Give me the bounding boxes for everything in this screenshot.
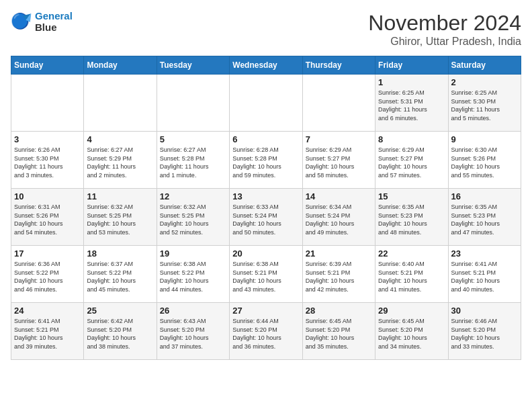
day-number: 2 xyxy=(451,77,518,87)
day-number: 22 xyxy=(378,248,445,259)
calendar-cell: 11Sunrise: 6:32 AM Sunset: 5:25 PM Dayli… xyxy=(84,189,157,246)
day-info: Sunrise: 6:31 AM Sunset: 5:26 PM Dayligh… xyxy=(14,203,81,236)
calendar-cell: 27Sunrise: 6:44 AM Sunset: 5:20 PM Dayli… xyxy=(230,303,302,360)
week-row-2: 3Sunrise: 6:26 AM Sunset: 5:30 PM Daylig… xyxy=(11,132,521,189)
day-info: Sunrise: 6:34 AM Sunset: 5:24 PM Dayligh… xyxy=(306,203,372,236)
day-number: 13 xyxy=(232,191,299,201)
day-number: 3 xyxy=(14,134,81,144)
calendar-cell: 17Sunrise: 6:36 AM Sunset: 5:22 PM Dayli… xyxy=(11,246,84,303)
header-row: SundayMondayTuesdayWednesdayThursdayFrid… xyxy=(11,56,521,75)
day-number: 30 xyxy=(451,306,518,316)
page-header: 🔵 General Blue November 2024 Ghiror, Utt… xyxy=(11,11,521,48)
day-info: Sunrise: 6:29 AM Sunset: 5:27 PM Dayligh… xyxy=(378,146,445,179)
day-info: Sunrise: 6:30 AM Sunset: 5:26 PM Dayligh… xyxy=(451,146,518,179)
calendar-table: SundayMondayTuesdayWednesdayThursdayFrid… xyxy=(11,56,521,360)
day-number: 11 xyxy=(87,191,153,201)
title-block: November 2024 Ghiror, Uttar Pradesh, Ind… xyxy=(368,11,521,48)
calendar-cell: 4Sunrise: 6:27 AM Sunset: 5:29 PM Daylig… xyxy=(84,132,157,189)
calendar-cell: 23Sunrise: 6:41 AM Sunset: 5:21 PM Dayli… xyxy=(448,246,521,303)
calendar-cell: 28Sunrise: 6:45 AM Sunset: 5:20 PM Dayli… xyxy=(302,303,375,360)
day-info: Sunrise: 6:28 AM Sunset: 5:28 PM Dayligh… xyxy=(232,146,299,179)
day-info: Sunrise: 6:38 AM Sunset: 5:21 PM Dayligh… xyxy=(232,260,299,293)
day-header-thursday: Thursday xyxy=(302,56,375,75)
day-number: 28 xyxy=(306,306,372,316)
calendar-cell xyxy=(302,75,375,132)
calendar-cell xyxy=(11,75,84,132)
day-header-tuesday: Tuesday xyxy=(157,56,229,75)
day-info: Sunrise: 6:27 AM Sunset: 5:28 PM Dayligh… xyxy=(160,146,226,179)
calendar-cell: 14Sunrise: 6:34 AM Sunset: 5:24 PM Dayli… xyxy=(302,189,375,246)
calendar-cell: 9Sunrise: 6:30 AM Sunset: 5:26 PM Daylig… xyxy=(448,132,521,189)
day-number: 9 xyxy=(451,134,518,144)
day-info: Sunrise: 6:44 AM Sunset: 5:20 PM Dayligh… xyxy=(232,317,299,351)
day-info: Sunrise: 6:39 AM Sunset: 5:21 PM Dayligh… xyxy=(306,260,372,293)
calendar-cell: 30Sunrise: 6:46 AM Sunset: 5:20 PM Dayli… xyxy=(448,303,521,360)
calendar-cell: 2Sunrise: 6:25 AM Sunset: 5:30 PM Daylig… xyxy=(448,75,521,132)
calendar-cell: 10Sunrise: 6:31 AM Sunset: 5:26 PM Dayli… xyxy=(11,189,84,246)
day-header-saturday: Saturday xyxy=(448,56,521,75)
week-row-1: 1Sunrise: 6:25 AM Sunset: 5:31 PM Daylig… xyxy=(11,75,521,132)
calendar-cell: 6Sunrise: 6:28 AM Sunset: 5:28 PM Daylig… xyxy=(230,132,302,189)
day-header-sunday: Sunday xyxy=(11,56,84,75)
calendar-cell: 7Sunrise: 6:29 AM Sunset: 5:27 PM Daylig… xyxy=(302,132,375,189)
week-row-4: 17Sunrise: 6:36 AM Sunset: 5:22 PM Dayli… xyxy=(11,246,521,303)
day-header-friday: Friday xyxy=(375,56,448,75)
day-info: Sunrise: 6:35 AM Sunset: 5:23 PM Dayligh… xyxy=(378,203,445,236)
day-info: Sunrise: 6:37 AM Sunset: 5:22 PM Dayligh… xyxy=(87,260,153,293)
day-info: Sunrise: 6:41 AM Sunset: 5:21 PM Dayligh… xyxy=(451,260,518,293)
day-info: Sunrise: 6:32 AM Sunset: 5:25 PM Dayligh… xyxy=(160,203,226,236)
calendar-cell: 25Sunrise: 6:42 AM Sunset: 5:20 PM Dayli… xyxy=(84,303,157,360)
day-number: 7 xyxy=(306,134,372,144)
month-title: November 2024 xyxy=(368,11,521,36)
day-info: Sunrise: 6:26 AM Sunset: 5:30 PM Dayligh… xyxy=(14,146,81,179)
calendar-cell xyxy=(230,75,302,132)
day-number: 19 xyxy=(160,248,226,259)
day-number: 21 xyxy=(306,248,372,259)
day-number: 8 xyxy=(378,134,445,144)
calendar-cell: 8Sunrise: 6:29 AM Sunset: 5:27 PM Daylig… xyxy=(375,132,448,189)
calendar-cell xyxy=(84,75,157,132)
calendar-cell: 29Sunrise: 6:45 AM Sunset: 5:20 PM Dayli… xyxy=(375,303,448,360)
day-number: 15 xyxy=(378,191,445,201)
day-info: Sunrise: 6:42 AM Sunset: 5:20 PM Dayligh… xyxy=(87,317,153,351)
day-info: Sunrise: 6:35 AM Sunset: 5:23 PM Dayligh… xyxy=(451,203,518,236)
day-number: 24 xyxy=(14,306,81,316)
calendar-cell: 3Sunrise: 6:26 AM Sunset: 5:30 PM Daylig… xyxy=(11,132,84,189)
calendar-cell: 20Sunrise: 6:38 AM Sunset: 5:21 PM Dayli… xyxy=(230,246,302,303)
calendar-cell: 24Sunrise: 6:41 AM Sunset: 5:21 PM Dayli… xyxy=(11,303,84,360)
day-number: 14 xyxy=(306,191,372,201)
day-info: Sunrise: 6:27 AM Sunset: 5:29 PM Dayligh… xyxy=(87,146,153,179)
calendar-cell: 1Sunrise: 6:25 AM Sunset: 5:31 PM Daylig… xyxy=(375,75,448,132)
calendar-cell: 26Sunrise: 6:43 AM Sunset: 5:20 PM Dayli… xyxy=(157,303,229,360)
day-info: Sunrise: 6:25 AM Sunset: 5:31 PM Dayligh… xyxy=(378,89,445,122)
day-number: 6 xyxy=(232,134,299,144)
day-info: Sunrise: 6:41 AM Sunset: 5:21 PM Dayligh… xyxy=(14,317,81,351)
day-info: Sunrise: 6:43 AM Sunset: 5:20 PM Dayligh… xyxy=(160,317,226,351)
day-number: 16 xyxy=(451,191,518,201)
day-number: 4 xyxy=(87,134,153,144)
day-number: 25 xyxy=(87,306,153,316)
calendar-cell: 16Sunrise: 6:35 AM Sunset: 5:23 PM Dayli… xyxy=(448,189,521,246)
day-header-wednesday: Wednesday xyxy=(230,56,302,75)
day-info: Sunrise: 6:29 AM Sunset: 5:27 PM Dayligh… xyxy=(306,146,372,179)
day-number: 23 xyxy=(451,248,518,259)
logo-icon: 🔵 xyxy=(11,11,32,33)
day-number: 18 xyxy=(87,248,153,259)
day-info: Sunrise: 6:40 AM Sunset: 5:21 PM Dayligh… xyxy=(378,260,445,293)
day-header-monday: Monday xyxy=(84,56,157,75)
day-number: 10 xyxy=(14,191,81,201)
day-info: Sunrise: 6:33 AM Sunset: 5:24 PM Dayligh… xyxy=(232,203,299,236)
calendar-cell: 18Sunrise: 6:37 AM Sunset: 5:22 PM Dayli… xyxy=(84,246,157,303)
calendar-cell xyxy=(157,75,229,132)
logo-line1: General xyxy=(35,10,73,21)
calendar-cell: 19Sunrise: 6:38 AM Sunset: 5:22 PM Dayli… xyxy=(157,246,229,303)
calendar-cell: 13Sunrise: 6:33 AM Sunset: 5:24 PM Dayli… xyxy=(230,189,302,246)
calendar-cell: 12Sunrise: 6:32 AM Sunset: 5:25 PM Dayli… xyxy=(157,189,229,246)
day-info: Sunrise: 6:45 AM Sunset: 5:20 PM Dayligh… xyxy=(378,317,445,351)
day-info: Sunrise: 6:38 AM Sunset: 5:22 PM Dayligh… xyxy=(160,260,226,293)
calendar-cell: 15Sunrise: 6:35 AM Sunset: 5:23 PM Dayli… xyxy=(375,189,448,246)
day-number: 27 xyxy=(232,306,299,316)
calendar-cell: 21Sunrise: 6:39 AM Sunset: 5:21 PM Dayli… xyxy=(302,246,375,303)
location-subtitle: Ghiror, Uttar Pradesh, India xyxy=(368,36,521,48)
calendar-cell: 22Sunrise: 6:40 AM Sunset: 5:21 PM Dayli… xyxy=(375,246,448,303)
